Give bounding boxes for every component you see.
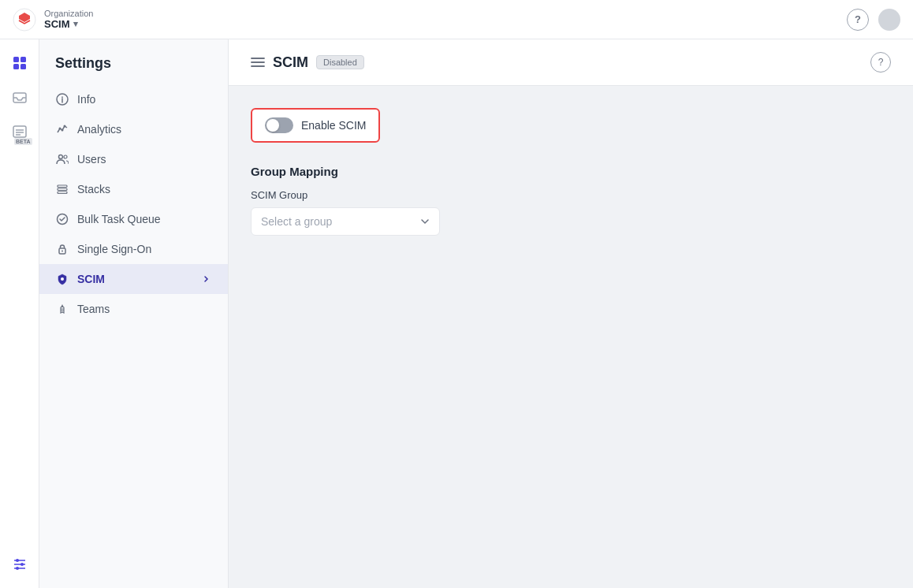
sidebar-item-analytics-label: Analytics [77,123,121,136]
org-name[interactable]: SCIM ▾ [44,18,93,30]
org-info: Organization SCIM ▾ [44,9,93,30]
content-header: SCIM Disabled ? [229,39,913,86]
svg-rect-6 [13,126,26,137]
disabled-badge: Disabled [316,55,364,69]
task-icon [55,212,69,226]
content-body: Enable SCIM Group Mapping SCIM Group Sel… [229,86,913,258]
enable-scim-label: Enable SCIM [301,119,366,132]
sidebar-item-info[interactable]: Info [39,84,228,114]
teams-icon [55,302,69,316]
svg-point-15 [64,155,67,158]
svg-point-8 [20,563,24,566]
rail-grid-icon[interactable] [6,49,34,77]
group-mapping-title: Group Mapping [251,165,891,178]
scim-chevron-icon [201,274,212,285]
org-label: Organization [44,9,93,18]
analytics-icon [55,122,69,136]
settings-title: Settings [39,55,228,84]
sidebar-item-scim[interactable]: SCIM [39,264,228,294]
sidebar-item-scim-label: SCIM [77,273,105,285]
users-icon [55,152,69,166]
svg-point-9 [16,567,19,570]
sidebar-item-users-label: Users [77,153,106,166]
svg-point-14 [59,155,63,159]
svg-rect-3 [13,64,19,69]
sidebar-item-teams[interactable]: Teams [39,294,228,324]
svg-point-12 [61,129,64,132]
beta-badge: BETA [14,138,32,145]
rail-beta-icon[interactable]: BETA [6,118,34,147]
sidebar-item-bulk-task-queue[interactable]: Bulk Task Queue [39,204,228,234]
topbar: Organization SCIM ▾ ? [0,0,913,39]
topbar-help-button[interactable]: ? [847,9,869,31]
topbar-right: ? [847,9,900,31]
svg-point-21 [61,251,63,252]
rail-sliders-icon[interactable] [6,550,34,579]
content-header-left: SCIM Disabled [251,54,364,71]
svg-point-22 [61,277,64,281]
sidebar-item-users[interactable]: Users [39,144,228,174]
toggle-knob [266,119,279,132]
hamburger-icon[interactable] [251,57,265,68]
icon-rail: BETA [0,39,39,588]
sidebar-item-analytics[interactable]: Analytics [39,114,228,144]
svg-point-11 [59,128,61,130]
svg-rect-16 [58,185,67,188]
content-area: SCIM Disabled ? Enable SCIM Group Mappin… [229,39,913,588]
sidebar-item-single-sign-on[interactable]: Single Sign-On [39,234,228,264]
svg-rect-4 [20,64,26,69]
scim-group-label: SCIM Group [251,189,891,201]
sidebar-item-bulk-task-queue-label: Bulk Task Queue [77,213,161,225]
svg-rect-1 [13,57,19,62]
user-avatar[interactable] [878,9,900,31]
shield-icon [55,272,69,286]
svg-rect-18 [58,192,67,194]
topbar-left: Organization SCIM ▾ [13,8,93,32]
settings-sidebar: Settings Info Analytics [39,39,229,588]
sidebar-item-teams-label: Teams [77,303,110,315]
logo-icon [13,8,36,32]
sidebar-item-single-sign-on-label: Single Sign-On [77,243,151,255]
svg-point-7 [16,559,19,562]
page-title: SCIM [273,54,308,71]
main-layout: BETA Settings Info [0,39,913,588]
stacks-icon [55,182,69,196]
enable-scim-box[interactable]: Enable SCIM [251,108,380,143]
select-chevron-down-icon [420,217,430,226]
svg-point-13 [64,125,66,128]
scim-group-select[interactable]: Select a group [251,207,440,236]
lock-icon [55,242,69,256]
enable-scim-toggle[interactable] [265,117,293,133]
sidebar-item-stacks-label: Stacks [77,183,110,195]
rail-inbox-icon[interactable] [6,84,34,112]
content-help-button[interactable]: ? [870,52,891,73]
select-group-placeholder: Select a group [261,215,332,228]
svg-rect-2 [20,57,26,62]
sidebar-item-info-label: Info [77,93,95,106]
sidebar-item-stacks[interactable]: Stacks [39,174,228,204]
svg-rect-17 [58,188,67,191]
group-mapping-section: Group Mapping SCIM Group Select a group [251,165,891,236]
info-icon [55,92,69,106]
